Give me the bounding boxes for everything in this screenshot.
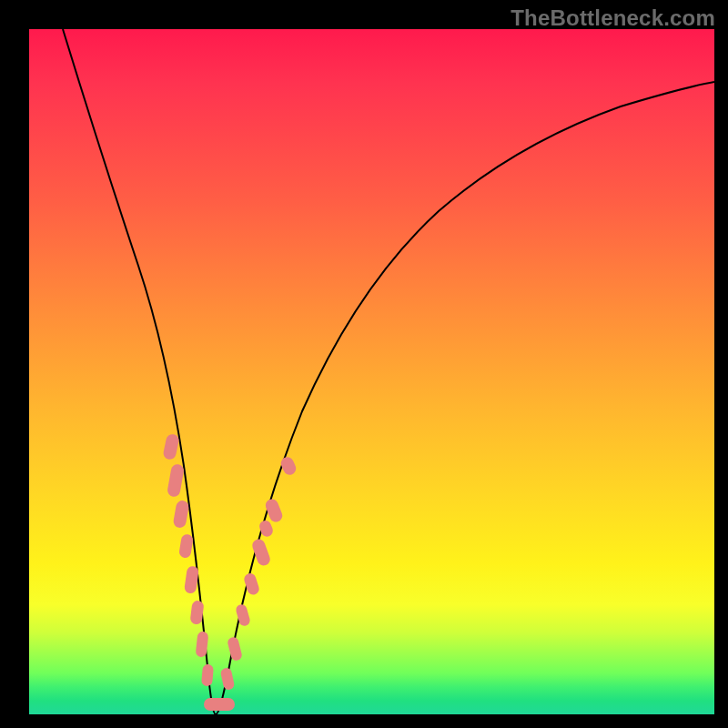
marker-point — [220, 667, 236, 691]
marker-group — [162, 433, 298, 711]
marker-point — [204, 698, 235, 711]
marker-point — [167, 463, 185, 498]
marker-point — [250, 538, 271, 568]
curve-svg — [29, 29, 714, 714]
bottleneck-curve — [63, 29, 714, 714]
chart-frame: TheBottleneck.com — [0, 0, 728, 728]
marker-point — [184, 565, 199, 594]
marker-point — [178, 533, 194, 559]
marker-point — [173, 500, 190, 529]
plot-area — [29, 29, 714, 714]
marker-point — [162, 433, 180, 460]
marker-point — [227, 636, 243, 662]
main-curve-group — [63, 29, 714, 714]
marker-point — [201, 664, 214, 687]
marker-point — [279, 455, 298, 477]
watermark-text: TheBottleneck.com — [511, 5, 715, 31]
